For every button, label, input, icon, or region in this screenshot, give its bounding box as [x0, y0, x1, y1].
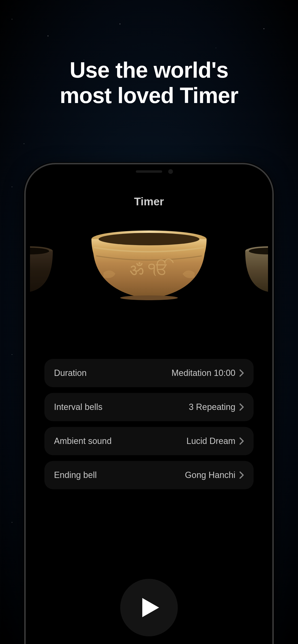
phone-speaker: [136, 170, 162, 173]
chevron-right-icon: [239, 471, 244, 479]
singing-bowl-previous[interactable]: [30, 244, 54, 296]
play-button[interactable]: [120, 579, 178, 636]
timer-settings-list: Duration Meditation 10:00 Interval bells…: [30, 359, 268, 489]
svg-point-3: [99, 233, 199, 245]
setting-value: Lucid Dream: [186, 436, 235, 446]
setting-ending-bell[interactable]: Ending bell Gong Hanchi: [44, 461, 254, 489]
marketing-headline: Use the world's most loved Timer: [0, 58, 298, 108]
setting-value-group: Gong Hanchi: [185, 470, 244, 480]
setting-label: Interval bells: [54, 402, 102, 412]
singing-bowl-selected[interactable]: ॐ ੴ: [89, 230, 209, 302]
setting-value-group: Meditation 10:00: [172, 368, 244, 378]
setting-label: Ending bell: [54, 470, 97, 480]
play-icon: [141, 597, 160, 618]
chevron-right-icon: [239, 369, 244, 377]
singing-bowl-next[interactable]: [244, 244, 268, 296]
setting-value: Meditation 10:00: [172, 368, 235, 378]
phone-screen: Timer: [30, 169, 268, 644]
setting-ambient-sound[interactable]: Ambient sound Lucid Dream: [44, 427, 254, 455]
setting-value-group: Lucid Dream: [186, 436, 244, 446]
setting-label: Duration: [54, 368, 87, 378]
svg-point-5: [120, 296, 178, 300]
headline-line-2: most loved Timer: [0, 83, 298, 108]
headline-line-1: Use the world's: [0, 58, 298, 83]
phone-notch: [103, 164, 195, 179]
bowl-carousel[interactable]: ॐ ੴ: [30, 230, 268, 311]
setting-value: 3 Repeating: [189, 402, 235, 412]
screen-title: Timer: [30, 195, 268, 208]
chevron-right-icon: [239, 437, 244, 445]
svg-text:ॐ ੴ: ॐ ੴ: [129, 258, 174, 279]
phone-camera: [168, 169, 173, 174]
phone-frame: Timer: [24, 163, 274, 644]
setting-interval-bells[interactable]: Interval bells 3 Repeating: [44, 393, 254, 421]
chevron-right-icon: [239, 403, 244, 411]
setting-label: Ambient sound: [54, 436, 112, 446]
setting-value-group: 3 Repeating: [189, 402, 244, 412]
setting-duration[interactable]: Duration Meditation 10:00: [44, 359, 254, 387]
setting-value: Gong Hanchi: [185, 470, 235, 480]
